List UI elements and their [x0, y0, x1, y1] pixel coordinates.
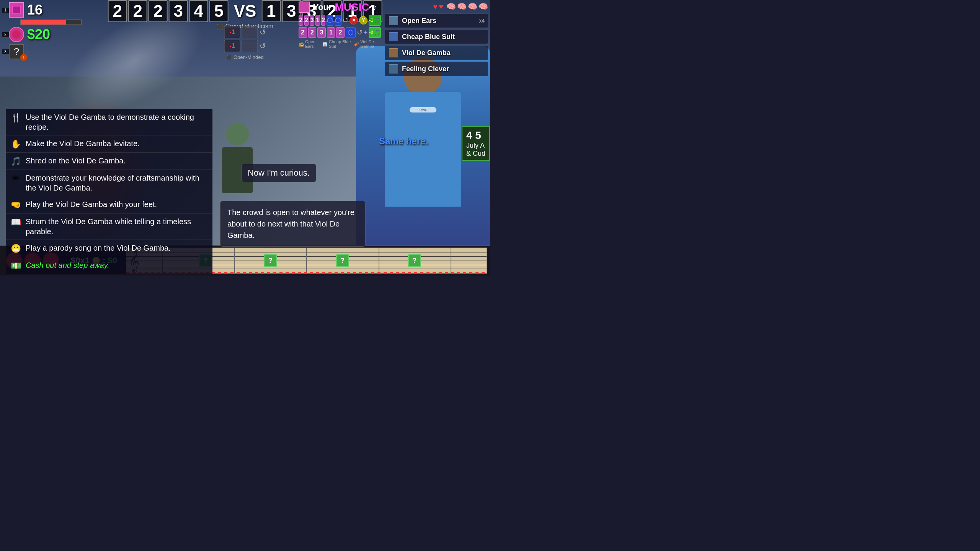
feet-icon: 🤜 — [10, 200, 21, 210]
score-left-4: 3 — [169, 0, 188, 22]
cash-out-icon: 💵 — [10, 261, 21, 271]
music-num-3: 3 — [310, 15, 314, 26]
craftsmanship-icon: 👁 — [10, 174, 21, 184]
action-feet[interactable]: 🤜 Play the Viol De Gamba with your feet. — [6, 196, 212, 214]
sidebar-open-ears-label: Open Ears — [402, 17, 436, 25]
music-blue2-1: ⬡ — [346, 27, 356, 38]
player-stats: 1 16 2 $20 3 ? ! — [2, 2, 82, 61]
music-num2-4: 1 — [327, 27, 335, 38]
vs-label: VS — [234, 2, 256, 21]
refresh-music-1[interactable]: ↺ — [343, 16, 348, 24]
music-num-5: 2 — [321, 15, 326, 26]
sidebar-items: Open Ears x4 Cheap Blue Suit Viol De Gam… — [385, 13, 488, 76]
music-label-cheap-blue-suit: 👔 Cheap Blue Suit — [322, 39, 351, 49]
power-card-r2c1[interactable]: -1 — [224, 40, 240, 52]
action-parody-text: Play a parody song on the Viol De Gamba. — [26, 243, 171, 253]
score-left-1: 2 — [108, 0, 127, 22]
action-cash-out[interactable]: 💵 Cash out and step away. — [6, 257, 212, 274]
action-craftsmanship-text: Demonstrate your knowledge of craftsmans… — [26, 173, 208, 193]
refresh-r2[interactable]: ↺ — [260, 41, 266, 51]
action-shred-text: Shred on the Viol De Gamba. — [26, 156, 126, 166]
action-feet-text: Play the Viol De Gamba with your feet. — [26, 199, 157, 209]
power-card-r2c2 — [242, 40, 258, 52]
feeling-clever-icon — [388, 64, 399, 74]
power-card-r1c2 — [242, 26, 258, 38]
brain-icons: 🧠 🧠 🧠 🧠 — [446, 2, 488, 11]
music-num2-3: 3 — [317, 27, 326, 38]
dialogue-curious: Now I'm curious. — [241, 164, 316, 182]
action-menu: 🍴 Use the Viol De Gamba to demonstrate a… — [6, 109, 212, 274]
action-levitate[interactable]: ✋ Make the Viol De Gamba levitate. — [6, 135, 212, 153]
score-left-3: 2 — [149, 0, 168, 22]
brain-4: 🧠 — [479, 2, 488, 11]
player-score: 16 — [27, 2, 42, 18]
action-parable[interactable]: 📖 Strum the Viol De Gamba while telling … — [6, 214, 212, 240]
action-cash-out-text: Cash out and step away. — [26, 260, 109, 270]
sidebar-viol-label: Viol De Gamba — [402, 49, 451, 57]
score-left-5: 4 — [189, 0, 208, 22]
heart-red-1: ♥ — [433, 2, 438, 11]
music-labels: 📻 Open Ears 👔 Cheap Blue Suit 🎻 Viol De … — [299, 39, 381, 49]
bar-line-5 — [451, 248, 451, 273]
brain-1: 🧠 — [446, 2, 456, 11]
sidebar-open-ears-count: x4 — [479, 18, 485, 24]
player-money: $20 — [27, 26, 50, 42]
open-minded-label: ⬛ Open-Minded — [224, 54, 266, 60]
power-card-r1c1[interactable]: -1 — [224, 26, 240, 38]
right-sidebar: ♥ ♥ 🧠 🧠 🧠 🧠 Open Ears x4 Cheap Blue Suit — [383, 0, 490, 78]
music-num2-5: 2 — [336, 27, 345, 38]
bar-line-4 — [379, 248, 379, 273]
x-button-1[interactable]: ✕ — [350, 16, 358, 24]
music-row-1: 2 2 3 1 2 ⬡ ⬡ ↺ ✕ Y -1 🎵 — [299, 15, 381, 26]
parable-icon: 📖 — [10, 217, 21, 227]
shred-icon: 🎵 — [10, 156, 21, 166]
sidebar-cheap-blue-suit-label: Cheap Blue Suit — [402, 33, 455, 41]
cheap-blue-suit-icon — [388, 31, 399, 42]
player-icon — [9, 2, 24, 18]
power-cards: -1 ↺ -1 ↺ ⬛ Open-Minded — [224, 26, 266, 60]
music-num-4: 1 — [315, 15, 320, 26]
music-label-open-ears: 📻 Open Ears — [299, 39, 319, 49]
music-cube-icon — [299, 2, 310, 13]
dialogue-main: The crowd is open to whatever you're abo… — [220, 201, 366, 247]
note-card-2[interactable]: ? — [264, 254, 277, 267]
action-levitate-text: Make the Viol De Gamba levitate. — [26, 139, 140, 148]
music-green-2: -2 🎵 — [369, 27, 381, 38]
sidebar-item-viol[interactable]: Viol De Gamba — [385, 46, 488, 60]
y-button-1[interactable]: Y — [359, 16, 368, 24]
viol-icon — [388, 47, 399, 58]
music-row-2: 2 2 3 1 2 ⬡ ↺ + -2 🎵 — [299, 27, 381, 38]
music-note-icon: ♪ — [372, 2, 377, 13]
score-right-2: 3 — [282, 0, 301, 22]
action-craftsmanship[interactable]: 👁 Demonstrate your knowledge of craftsma… — [6, 170, 212, 196]
music-header: Your MUSIC ♪ — [299, 1, 381, 13]
right-scoreboard: 4 5 July A & Cud — [462, 126, 490, 161]
plus-music-2[interactable]: + — [364, 29, 368, 37]
action-parable-text: Strum the Viol De Gamba while telling a … — [26, 217, 208, 236]
note-card-4[interactable]: ? — [408, 254, 421, 267]
sidebar-item-open-ears[interactable]: Open Ears x4 — [385, 13, 488, 28]
heart-icons: ♥ ♥ — [433, 2, 443, 11]
bar-line-2 — [234, 248, 235, 273]
brain-3: 🧠 — [468, 2, 477, 11]
action-cooking-text: Use the Viol De Gamba to demonstrate a c… — [26, 112, 208, 132]
action-parody[interactable]: 😬 Play a parody song on the Viol De Gamb… — [6, 240, 212, 257]
dialogue-same-here: Same here. — [379, 136, 428, 147]
sidebar-item-cheap-blue-suit[interactable]: Cheap Blue Suit — [385, 29, 488, 44]
action-cooking[interactable]: 🍴 Use the Viol De Gamba to demonstrate a… — [6, 109, 212, 135]
refresh-r1[interactable]: ↺ — [260, 28, 266, 37]
hp-bar-container — [20, 20, 82, 25]
player-wallet-icon — [9, 27, 24, 42]
sidebar-item-feeling-clever[interactable]: Feeling Clever — [385, 62, 488, 76]
refresh-music-2[interactable]: ↺ — [357, 28, 363, 37]
parody-icon: 😬 — [10, 244, 21, 254]
heart-red-2: ♥ — [439, 2, 443, 11]
action-shred[interactable]: 🎵 Shred on the Viol De Gamba. — [6, 153, 212, 170]
music-num-1: 2 — [299, 15, 303, 26]
music-num-2: 2 — [304, 15, 309, 26]
music-label-viol: 🎻 Viol De Gamba — [354, 39, 381, 49]
music-blue-2: ⬡ — [335, 15, 341, 26]
note-card-3[interactable]: ? — [336, 254, 349, 267]
music-area: Your MUSIC ♪ 2 2 3 1 2 ⬡ ⬡ ↺ ✕ Y -1 🎵 2 … — [299, 1, 381, 49]
score-left-6: 5 — [209, 0, 229, 22]
